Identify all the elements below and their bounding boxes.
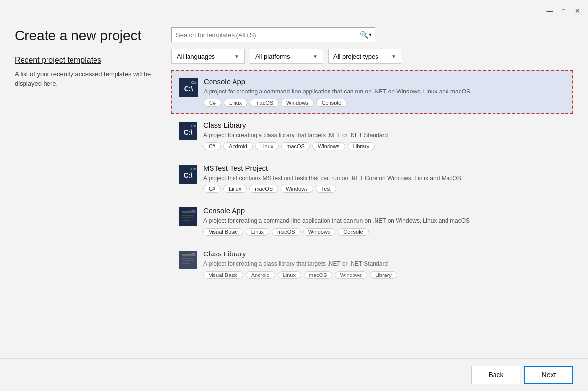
svg-rect-13	[182, 217, 194, 218]
tag: Library	[348, 142, 375, 150]
svg-text:C:\: C:\	[184, 171, 193, 179]
platform-filter-label: All platforms	[255, 53, 290, 60]
page-title: Create a new project	[15, 27, 157, 44]
platform-filter-arrow: ▼	[313, 54, 318, 59]
tag: Library	[370, 271, 397, 279]
platform-filter[interactable]: All platforms ▼	[250, 49, 323, 64]
project-type-filter-arrow: ▼	[391, 54, 396, 59]
template-icon: VB	[179, 251, 197, 269]
language-filter-label: All languages	[177, 53, 215, 60]
template-item[interactable]: C# C:\ MSTest Test Project A project tha…	[171, 158, 573, 200]
template-name: Console App	[204, 77, 565, 86]
bottom-bar: Back Next	[0, 358, 588, 391]
language-filter-arrow: ▼	[235, 54, 239, 59]
back-button[interactable]: Back	[471, 366, 520, 384]
search-input[interactable]	[171, 27, 357, 42]
tags: C#LinuxmacOSWindowsConsole	[204, 99, 565, 107]
template-desc: A project for creating a class library t…	[203, 131, 566, 139]
template-desc: A project for creating a command-line ap…	[204, 88, 565, 96]
svg-rect-20	[182, 263, 190, 264]
tags: C#AndroidLinuxmacOSWindowsLibrary	[203, 142, 566, 150]
template-item[interactable]: VB Class Library A project for creating …	[171, 243, 573, 282]
project-type-filter-label: All project types	[333, 53, 378, 60]
project-type-filter[interactable]: All project types ▼	[328, 49, 401, 64]
template-name: MSTest Test Project	[203, 164, 566, 172]
tag: Visual Basic	[203, 228, 243, 236]
svg-rect-12	[182, 215, 194, 216]
tag: C#	[203, 142, 221, 150]
svg-rect-17	[182, 254, 194, 256]
window-controls: — □ ✕	[545, 6, 582, 16]
tag: macOS	[272, 228, 301, 236]
close-button[interactable]: ✕	[572, 6, 582, 16]
svg-text:C:\: C:\	[184, 85, 193, 92]
svg-rect-18	[182, 258, 194, 259]
template-info: MSTest Test Project A project that conta…	[203, 164, 566, 193]
template-icon: VB	[179, 207, 197, 226]
svg-rect-11	[182, 211, 194, 213]
recent-templates-desc: A list of your recently accessed templat…	[15, 69, 157, 89]
minimize-button[interactable]: —	[545, 6, 555, 16]
template-info: Console App A project for creating a com…	[203, 207, 566, 236]
svg-text:C:\: C:\	[184, 128, 193, 136]
template-icon: C# C:\	[179, 78, 198, 97]
tags: Visual BasicLinuxmacOSWindowsConsole	[203, 228, 566, 236]
search-bar: 🔍 ▼	[171, 27, 573, 42]
svg-text:C#: C#	[191, 80, 197, 85]
tag: Linux	[255, 142, 279, 150]
search-dropdown-arrow: ▼	[368, 32, 373, 37]
tag: Windows	[335, 271, 368, 279]
template-item[interactable]: C# C:\ Class Library A project for creat…	[171, 115, 573, 157]
tag: Linux	[224, 99, 247, 107]
svg-text:C#: C#	[191, 167, 196, 171]
tag: Windows	[281, 99, 314, 107]
main-content: Create a new project Recent project temp…	[0, 18, 588, 358]
recent-templates-title: Recent project templates	[15, 56, 157, 65]
template-desc: A project for creating a class library t…	[203, 260, 566, 268]
filters-row: All languages ▼ All platforms ▼ All proj…	[171, 49, 573, 64]
tag: Console	[338, 228, 368, 236]
language-filter[interactable]: All languages ▼	[171, 49, 245, 64]
tag: Windows	[281, 185, 313, 193]
tag: macOS	[281, 142, 310, 150]
search-icon: 🔍	[360, 31, 368, 39]
tag: Windows	[303, 228, 336, 236]
template-item[interactable]: C# C:\ Console App A project for creatin…	[171, 70, 573, 114]
tag: C#	[203, 185, 221, 193]
left-panel: Create a new project Recent project temp…	[15, 27, 171, 353]
svg-rect-14	[182, 220, 190, 221]
template-icon: C# C:\	[179, 165, 197, 184]
template-desc: A project for creating a command-line ap…	[203, 217, 566, 225]
search-button[interactable]: 🔍 ▼	[357, 27, 375, 42]
svg-text:C#: C#	[191, 124, 196, 128]
tag: Linux	[223, 185, 247, 193]
template-name: Console App	[203, 207, 566, 215]
maximize-button[interactable]: □	[559, 6, 568, 16]
template-info: Class Library A project for creating a c…	[203, 121, 566, 150]
tag: Console	[316, 99, 347, 107]
title-bar: — □ ✕	[0, 0, 588, 18]
template-icon: C# C:\	[179, 122, 197, 140]
tags: C#LinuxmacOSWindowsTest	[203, 185, 566, 193]
tag: Test	[316, 185, 336, 193]
template-name: Class Library	[203, 121, 566, 129]
tag: macOS	[250, 99, 279, 107]
tag: Windows	[312, 142, 345, 150]
tag: C#	[204, 99, 221, 107]
templates-list: C# C:\ Console App A project for creatin…	[171, 70, 573, 353]
template-name: Class Library	[203, 250, 566, 258]
template-desc: A project that contains MSTest unit test…	[203, 174, 566, 183]
tag: macOS	[304, 271, 332, 279]
tag: Android	[246, 271, 275, 279]
template-item[interactable]: VB Console App A project for creating a …	[171, 200, 573, 242]
tag: Android	[223, 142, 253, 150]
template-info: Console App A project for creating a com…	[204, 77, 565, 107]
tags: Visual BasicAndroidLinuxmacOSWindowsLibr…	[203, 271, 566, 279]
template-info: Class Library A project for creating a c…	[203, 250, 566, 279]
right-panel: 🔍 ▼ All languages ▼ All platforms ▼ All …	[171, 27, 573, 353]
tag: macOS	[249, 185, 278, 193]
next-button[interactable]: Next	[524, 366, 573, 384]
tag: Linux	[278, 271, 301, 279]
tag: Visual Basic	[203, 271, 243, 279]
tag: Linux	[246, 228, 269, 236]
